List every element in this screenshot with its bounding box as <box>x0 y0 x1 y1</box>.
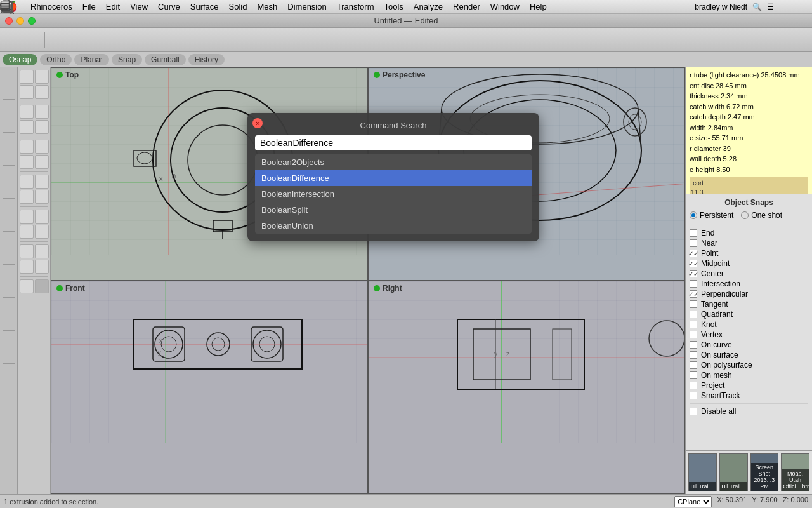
snap-check-quadrant[interactable]: Quadrant <box>690 309 808 319</box>
globe-tool[interactable] <box>280 30 299 50</box>
snap-check-project[interactable]: Project <box>690 380 808 391</box>
lt2-select-all[interactable] <box>20 70 34 84</box>
lt-check[interactable]: ✓ <box>1 347 16 361</box>
lt-select[interactable] <box>1 69 16 83</box>
menu-transform[interactable]: Transform <box>332 2 379 11</box>
menu-render[interactable]: Render <box>448 2 485 11</box>
checkbox-on-curve[interactable] <box>690 341 697 349</box>
snap-check-end[interactable]: End <box>690 228 808 238</box>
menu-window[interactable]: Window <box>485 2 525 11</box>
lt-star[interactable]: ★ <box>1 333 16 347</box>
checkbox-end[interactable] <box>690 229 697 237</box>
menu-help[interactable]: Help <box>525 2 552 11</box>
snap-check-on-mesh[interactable]: On mesh <box>690 370 808 380</box>
sphere-tool[interactable] <box>219 30 238 50</box>
snap-check-center[interactable]: ✓Center <box>690 269 808 279</box>
cplane-select[interactable]: CPlane <box>674 496 712 507</box>
menu-file[interactable]: File <box>77 2 101 11</box>
lt2-move[interactable]: ↔ <box>20 210 34 224</box>
command-search-input[interactable] <box>260 138 527 148</box>
menu-edit[interactable]: Edit <box>101 2 125 11</box>
menu-surface[interactable]: Surface <box>185 2 224 11</box>
close-button[interactable] <box>5 17 13 25</box>
menu-tools[interactable]: Tools <box>379 2 408 11</box>
zoom-window-tool[interactable] <box>88 30 107 50</box>
lt-group[interactable] <box>1 248 16 262</box>
lt-block[interactable] <box>1 300 16 314</box>
viewport-front[interactable]: Front <box>51 281 368 494</box>
checkbox-quadrant[interactable] <box>690 311 697 318</box>
thumbnail-0[interactable]: Hil Trail... <box>688 453 717 491</box>
checkbox-vertex[interactable] <box>690 331 697 338</box>
magnify-tool[interactable] <box>129 30 148 50</box>
snap-check-near[interactable]: Near <box>690 238 808 248</box>
checkbox-project[interactable] <box>690 382 697 389</box>
checkbox-intersection[interactable] <box>690 280 697 288</box>
snap-check-knot[interactable]: Knot <box>690 319 808 330</box>
search-result-1[interactable]: BooleanDifference <box>255 170 532 186</box>
snap-check-on-curve[interactable]: On curve <box>690 340 808 350</box>
checkbox-perpendicular[interactable]: ✓ <box>690 290 697 298</box>
lt-arrow[interactable] <box>1 314 16 328</box>
search-result-3[interactable]: BooleanSplit <box>255 202 532 218</box>
lt-lasso[interactable] <box>1 83 16 97</box>
pan-tool[interactable]: ✋ <box>23 30 42 50</box>
lt2-rect[interactable] <box>35 155 49 169</box>
thumbnail-1[interactable]: Hil Trail... <box>719 453 748 491</box>
select-tool[interactable] <box>3 30 22 50</box>
circle-tool[interactable] <box>174 30 193 50</box>
snap-check-smarttrack[interactable]: SmartTrack <box>690 391 808 401</box>
snap-button[interactable]: Snap <box>112 54 142 65</box>
search-icon[interactable]: 🔍 <box>752 3 762 11</box>
history-button[interactable]: History <box>188 54 225 65</box>
list-icon[interactable]: ☰ <box>767 3 774 11</box>
lt-curve[interactable] <box>1 116 16 130</box>
lt2-layer[interactable] <box>35 279 49 293</box>
lt2-box[interactable] <box>20 175 34 189</box>
lt2-pick[interactable] <box>35 85 49 99</box>
cylinder-tool[interactable] <box>259 30 278 50</box>
snap-check-vertex[interactable]: Vertex <box>690 330 808 340</box>
search-result-0[interactable]: Boolean2Objects <box>255 154 532 170</box>
lt-transform[interactable] <box>1 168 16 182</box>
lt-line[interactable] <box>1 102 16 116</box>
menu-view[interactable]: View <box>125 2 153 11</box>
lt2-circle2[interactable] <box>20 140 34 154</box>
snap-check-perpendicular[interactable]: ✓Perpendicular <box>690 289 808 299</box>
disable-all-item[interactable]: Disable all <box>690 406 808 417</box>
surface-tool[interactable]: ⬡ <box>325 30 344 50</box>
radio-one-shot[interactable]: One shot <box>741 211 782 220</box>
zoom-scale-tool[interactable]: ⊕ <box>149 30 168 50</box>
ortho-button[interactable]: Ortho <box>40 54 72 65</box>
viewport-right[interactable]: Right <box>368 281 685 494</box>
dialog-close-button[interactable]: ✕ <box>252 118 263 128</box>
lt2-curve2[interactable] <box>35 120 49 134</box>
lt2-lasso-select[interactable] <box>20 85 34 99</box>
menu-dimension[interactable]: Dimension <box>282 2 331 11</box>
thumbnail-2[interactable]: Screen Shot 2013...3 PM <box>750 453 779 491</box>
lt-boolean[interactable] <box>1 182 16 196</box>
lt-render[interactable] <box>1 267 16 281</box>
lt-hatch[interactable]: ✱ <box>1 215 16 229</box>
lt-point[interactable] <box>1 135 16 149</box>
torus-tool[interactable] <box>239 30 258 50</box>
lt2-rotate[interactable] <box>35 225 49 239</box>
snap-check-tangent[interactable]: Tangent <box>690 299 808 309</box>
checkbox-point[interactable]: ✓ <box>690 250 697 257</box>
snap-check-midpoint[interactable]: ✓Midpoint <box>690 258 808 269</box>
menu-analyze[interactable]: Analyze <box>409 2 448 11</box>
checkbox-knot[interactable] <box>690 321 697 328</box>
lt2-cylinder2[interactable] <box>35 175 49 189</box>
search-result-2[interactable]: BooleanIntersection <box>255 186 532 202</box>
radio-persistent[interactable]: Persistent <box>690 211 733 220</box>
snap-check-on-surface[interactable]: On surface <box>690 350 808 360</box>
lt2-arc[interactable] <box>35 140 49 154</box>
gumball-button[interactable]: Gumball <box>145 54 186 65</box>
lt2-ellipse[interactable] <box>20 155 34 169</box>
menu-solid[interactable]: Solid <box>224 2 252 11</box>
lt2-line2[interactable] <box>35 105 49 119</box>
checkbox-smarttrack[interactable] <box>690 392 697 399</box>
minimize-button[interactable] <box>16 17 24 25</box>
checkbox-near[interactable] <box>690 239 697 247</box>
lt2-point[interactable] <box>20 105 34 119</box>
